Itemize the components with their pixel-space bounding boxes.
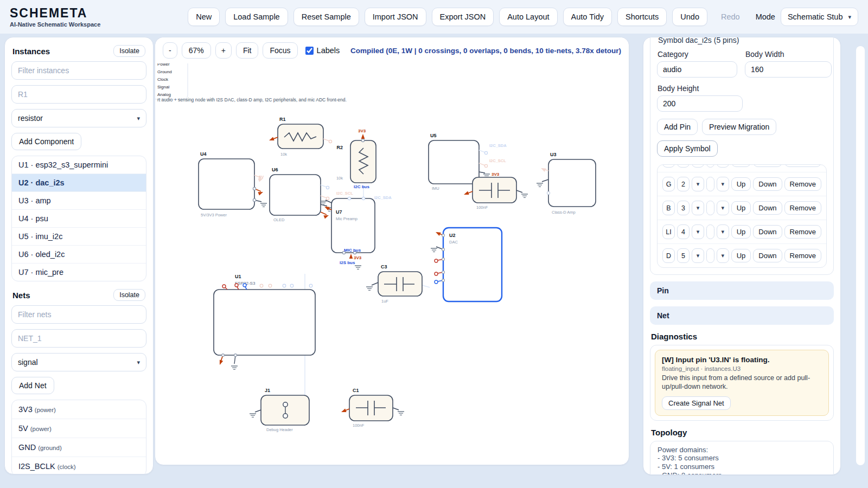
- pin-remove-button[interactable]: Remove: [784, 177, 821, 191]
- nets-isolate-button[interactable]: Isolate: [113, 289, 145, 301]
- instance-row-u6[interactable]: U6 · oled_i2c: [12, 246, 146, 264]
- undo-button[interactable]: Undo: [672, 8, 707, 26]
- component-u3[interactable]: U3 Class-D Amp: [537, 152, 596, 215]
- net-row-3v3[interactable]: 3V3 (power): [12, 400, 146, 419]
- pin-type-select[interactable]: ▾: [717, 177, 729, 191]
- body-height-input[interactable]: [657, 95, 743, 112]
- pin-number-input[interactable]: [677, 201, 690, 215]
- pin-down-button[interactable]: Down: [753, 164, 782, 167]
- zoom-in-button[interactable]: +: [215, 42, 232, 59]
- add-pin-button[interactable]: Add Pin: [657, 119, 698, 135]
- pin-name-input[interactable]: [662, 224, 675, 239]
- add-net-button[interactable]: Add Net: [11, 377, 54, 394]
- pin-remove-button[interactable]: Remove: [784, 249, 821, 262]
- redo-button[interactable]: Redo: [713, 8, 748, 26]
- auto-tidy-button[interactable]: Auto Tidy: [563, 8, 612, 26]
- component-u7[interactable]: U7 Mic Preamp MIC bus 3V3 I2S bus: [320, 197, 375, 269]
- pin-order-input[interactable]: [706, 177, 714, 191]
- filter-instances-input[interactable]: [11, 61, 146, 80]
- pin-up-button[interactable]: Up: [731, 201, 751, 215]
- component-j1[interactable]: J1 Debug Header: [250, 388, 309, 432]
- pin-type-select[interactable]: ▾: [717, 248, 729, 263]
- pin-down-button[interactable]: Down: [753, 201, 782, 215]
- pin-side-select[interactable]: ▾: [692, 201, 704, 215]
- component-c2[interactable]: 100nF: [463, 177, 528, 210]
- preview-migration-button[interactable]: Preview Migration: [702, 119, 776, 135]
- pin-up-button[interactable]: Up: [731, 177, 751, 191]
- zoom-out-button[interactable]: -: [163, 42, 177, 59]
- panel-scrollbar[interactable]: [856, 46, 865, 465]
- component-u1[interactable]: U1 ESP32-S3: [214, 274, 315, 369]
- instance-row-u3[interactable]: U3 · amp: [12, 192, 146, 210]
- pin-type-select[interactable]: ▾: [717, 224, 729, 239]
- instance-ref-input[interactable]: [11, 85, 146, 104]
- pin-up-button[interactable]: Up: [731, 249, 751, 262]
- pin-down-button[interactable]: Down: [753, 249, 782, 262]
- component-u4[interactable]: U4 5V/3V3 Power: [199, 151, 267, 217]
- pin-number-input[interactable]: [677, 224, 690, 239]
- export-json-button[interactable]: Export JSON: [432, 8, 494, 26]
- pin-order-input[interactable]: [706, 164, 714, 168]
- instances-isolate-button[interactable]: Isolate: [113, 45, 145, 57]
- net-name-input[interactable]: [11, 329, 146, 348]
- pin-side-select[interactable]: ▾: [692, 248, 704, 263]
- labels-checkbox[interactable]: [305, 47, 314, 55]
- pin-remove-button[interactable]: Remove: [784, 201, 821, 215]
- pin-order-input[interactable]: [706, 248, 714, 263]
- net-row-i2s-bclk[interactable]: I2S_BCLK (clock): [12, 457, 146, 474]
- mode-select[interactable]: Schematic Stub ▾: [781, 8, 858, 26]
- pin-remove-button[interactable]: Remove: [784, 164, 821, 167]
- pin-side-select[interactable]: ▾: [692, 224, 704, 239]
- net-type-select[interactable]: signal ▾: [11, 353, 146, 371]
- add-component-button[interactable]: Add Component: [11, 133, 81, 150]
- apply-symbol-button[interactable]: Apply Symbol: [657, 140, 718, 157]
- pin-type-select[interactable]: ▾: [717, 201, 729, 215]
- new-button[interactable]: New: [188, 8, 220, 26]
- net-section-toggle[interactable]: Net: [650, 306, 834, 325]
- filter-nets-input[interactable]: [11, 305, 146, 324]
- pin-order-input[interactable]: [706, 201, 714, 215]
- pin-down-button[interactable]: Down: [753, 225, 782, 239]
- instance-row-u1[interactable]: U1 · esp32_s3_supermini: [12, 156, 146, 174]
- pin-type-select[interactable]: ▾: [717, 164, 729, 168]
- pin-name-input[interactable]: [662, 177, 675, 191]
- pin-up-button[interactable]: Up: [731, 164, 751, 167]
- pin-side-select[interactable]: ▾: [692, 164, 704, 168]
- component-r1[interactable]: R1 10k: [269, 117, 332, 157]
- component-c1[interactable]: C1 100nF: [341, 388, 404, 428]
- pin-down-button[interactable]: Down: [753, 177, 782, 191]
- create-signal-net-button[interactable]: Create Signal Net: [662, 396, 731, 410]
- instance-row-u7[interactable]: U7 · mic_pre: [12, 264, 146, 281]
- net-row-gnd[interactable]: GND (ground): [12, 438, 146, 457]
- instance-row-u2[interactable]: U2 · dac_i2s: [12, 174, 146, 192]
- reset-sample-button[interactable]: Reset Sample: [293, 8, 359, 26]
- pin-section-toggle[interactable]: Pin: [650, 281, 834, 300]
- component-u2-selected[interactable]: U2 DAC: [431, 228, 502, 301]
- pin-side-select[interactable]: ▾: [692, 177, 704, 191]
- instance-row-u5[interactable]: U5 · imu_i2c: [12, 228, 146, 246]
- focus-button[interactable]: Focus: [263, 42, 297, 59]
- category-input[interactable]: [657, 61, 737, 78]
- import-json-button[interactable]: Import JSON: [365, 8, 426, 26]
- body-width-input[interactable]: [745, 61, 832, 78]
- auto-layout-button[interactable]: Auto Layout: [499, 8, 557, 26]
- net-row-5v[interactable]: 5V (power): [12, 419, 146, 438]
- pin-number-input[interactable]: [677, 177, 690, 191]
- instance-row-u4[interactable]: U4 · psu: [12, 210, 146, 228]
- load-sample-button[interactable]: Load Sample: [225, 8, 288, 26]
- zoom-level-button[interactable]: 67%: [182, 42, 211, 59]
- pin-name-input[interactable]: [662, 248, 675, 263]
- pin-number-input[interactable]: [677, 164, 690, 168]
- pin-order-input[interactable]: [706, 224, 714, 239]
- component-c3[interactable]: C3 1uF: [366, 264, 422, 304]
- shortcuts-button[interactable]: Shortcuts: [617, 8, 667, 26]
- instance-type-select[interactable]: resistor ▾: [11, 109, 146, 127]
- fit-button[interactable]: Fit: [236, 42, 259, 59]
- pin-number-input[interactable]: [677, 248, 690, 263]
- schematic-canvas[interactable]: - 67% + Fit Focus Labels Compiled (0E, 1…: [155, 37, 629, 465]
- schematic-stage[interactable]: .comp{fill:#ffffff;stroke:#414d61;stroke…: [155, 37, 629, 465]
- pin-name-input[interactable]: [662, 164, 675, 168]
- pin-remove-button[interactable]: Remove: [784, 225, 821, 239]
- pin-up-button[interactable]: Up: [731, 225, 751, 239]
- pin-name-input[interactable]: [662, 201, 675, 215]
